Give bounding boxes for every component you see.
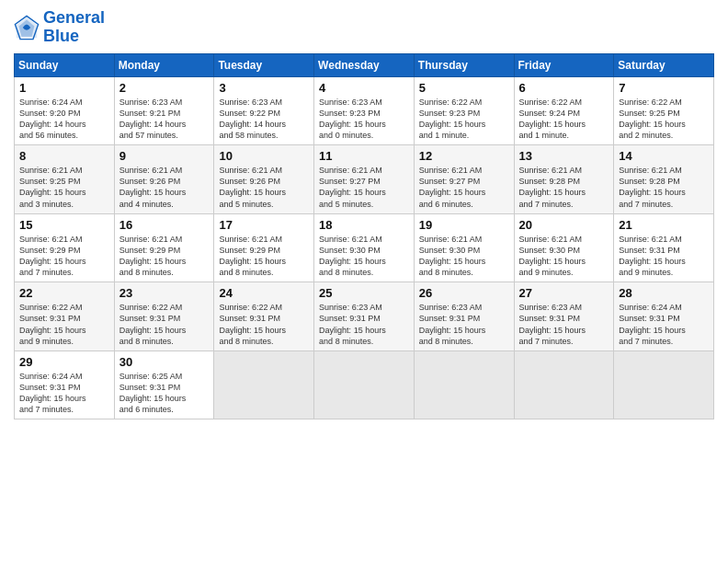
day-number: 25 <box>319 286 409 300</box>
calendar-day-cell: 16Sunrise: 6:21 AM Sunset: 9:29 PM Dayli… <box>114 213 214 282</box>
calendar-day-cell: 7Sunrise: 6:22 AM Sunset: 9:25 PM Daylig… <box>614 76 714 145</box>
calendar-day-cell: 11Sunrise: 6:21 AM Sunset: 9:27 PM Dayli… <box>314 145 415 214</box>
calendar-day-cell: 21Sunrise: 6:21 AM Sunset: 9:31 PM Dayli… <box>614 213 714 282</box>
calendar-day-cell: 15Sunrise: 6:21 AM Sunset: 9:29 PM Dayli… <box>15 213 115 282</box>
day-number: 21 <box>619 218 709 232</box>
day-number: 30 <box>119 355 210 369</box>
day-number: 22 <box>19 286 109 300</box>
day-number: 6 <box>519 81 609 95</box>
calendar-week-row: 29Sunrise: 6:24 AM Sunset: 9:31 PM Dayli… <box>15 350 714 419</box>
calendar-day-cell <box>414 350 514 419</box>
day-info: Sunrise: 6:23 AM Sunset: 9:22 PM Dayligh… <box>219 97 309 142</box>
calendar-day-cell: 24Sunrise: 6:22 AM Sunset: 9:31 PM Dayli… <box>214 282 314 351</box>
day-number: 20 <box>519 218 609 232</box>
day-number: 24 <box>219 286 309 300</box>
calendar-body: 1Sunrise: 6:24 AM Sunset: 9:20 PM Daylig… <box>15 76 714 419</box>
calendar-day-cell: 25Sunrise: 6:23 AM Sunset: 9:31 PM Dayli… <box>314 282 415 351</box>
weekday-header-cell: Saturday <box>614 53 714 76</box>
calendar-day-cell: 13Sunrise: 6:21 AM Sunset: 9:28 PM Dayli… <box>514 145 614 214</box>
calendar-day-cell: 20Sunrise: 6:21 AM Sunset: 9:30 PM Dayli… <box>514 213 614 282</box>
logo-text: General Blue <box>43 9 105 46</box>
day-info: Sunrise: 6:23 AM Sunset: 9:31 PM Dayligh… <box>419 302 509 347</box>
day-info: Sunrise: 6:21 AM Sunset: 9:30 PM Dayligh… <box>419 234 509 279</box>
calendar-day-cell: 14Sunrise: 6:21 AM Sunset: 9:28 PM Dayli… <box>614 145 714 214</box>
calendar-day-cell: 22Sunrise: 6:22 AM Sunset: 9:31 PM Dayli… <box>15 282 115 351</box>
weekday-header-cell: Tuesday <box>214 53 314 76</box>
weekday-header-cell: Wednesday <box>314 53 415 76</box>
day-info: Sunrise: 6:23 AM Sunset: 9:31 PM Dayligh… <box>519 302 609 347</box>
day-info: Sunrise: 6:23 AM Sunset: 9:23 PM Dayligh… <box>319 97 409 142</box>
day-number: 16 <box>119 218 210 232</box>
day-info: Sunrise: 6:21 AM Sunset: 9:27 PM Dayligh… <box>319 165 409 210</box>
day-number: 26 <box>419 286 509 300</box>
day-info: Sunrise: 6:24 AM Sunset: 9:20 PM Dayligh… <box>19 97 109 142</box>
day-info: Sunrise: 6:21 AM Sunset: 9:26 PM Dayligh… <box>119 165 210 210</box>
day-number: 28 <box>619 286 709 300</box>
day-info: Sunrise: 6:22 AM Sunset: 9:23 PM Dayligh… <box>419 97 509 142</box>
calendar-day-cell: 5Sunrise: 6:22 AM Sunset: 9:23 PM Daylig… <box>414 76 514 145</box>
day-info: Sunrise: 6:21 AM Sunset: 9:25 PM Dayligh… <box>19 165 109 210</box>
day-number: 11 <box>319 149 409 163</box>
day-number: 8 <box>19 149 109 163</box>
calendar-day-cell: 29Sunrise: 6:24 AM Sunset: 9:31 PM Dayli… <box>15 350 115 419</box>
day-info: Sunrise: 6:21 AM Sunset: 9:26 PM Dayligh… <box>219 165 309 210</box>
calendar-day-cell: 12Sunrise: 6:21 AM Sunset: 9:27 PM Dayli… <box>414 145 514 214</box>
day-info: Sunrise: 6:21 AM Sunset: 9:30 PM Dayligh… <box>319 234 409 279</box>
page: General Blue SundayMondayTuesdayWednesda… <box>0 0 728 563</box>
day-info: Sunrise: 6:21 AM Sunset: 9:29 PM Dayligh… <box>119 234 210 279</box>
day-info: Sunrise: 6:22 AM Sunset: 9:31 PM Dayligh… <box>219 302 309 347</box>
day-number: 29 <box>19 355 109 369</box>
day-info: Sunrise: 6:22 AM Sunset: 9:31 PM Dayligh… <box>119 302 210 347</box>
calendar-day-cell: 27Sunrise: 6:23 AM Sunset: 9:31 PM Dayli… <box>514 282 614 351</box>
calendar-day-cell <box>314 350 415 419</box>
day-info: Sunrise: 6:22 AM Sunset: 9:25 PM Dayligh… <box>619 97 709 142</box>
calendar-day-cell: 3Sunrise: 6:23 AM Sunset: 9:22 PM Daylig… <box>214 76 314 145</box>
calendar-day-cell: 2Sunrise: 6:23 AM Sunset: 9:21 PM Daylig… <box>114 76 214 145</box>
day-number: 27 <box>519 286 609 300</box>
calendar-day-cell: 10Sunrise: 6:21 AM Sunset: 9:26 PM Dayli… <box>214 145 314 214</box>
day-number: 17 <box>219 218 309 232</box>
day-info: Sunrise: 6:21 AM Sunset: 9:28 PM Dayligh… <box>619 165 709 210</box>
calendar-day-cell: 19Sunrise: 6:21 AM Sunset: 9:30 PM Dayli… <box>414 213 514 282</box>
day-info: Sunrise: 6:21 AM Sunset: 9:30 PM Dayligh… <box>519 234 609 279</box>
day-info: Sunrise: 6:24 AM Sunset: 9:31 PM Dayligh… <box>619 302 709 347</box>
day-number: 15 <box>19 218 109 232</box>
day-number: 1 <box>19 81 109 95</box>
calendar-day-cell: 18Sunrise: 6:21 AM Sunset: 9:30 PM Dayli… <box>314 213 415 282</box>
day-info: Sunrise: 6:24 AM Sunset: 9:31 PM Dayligh… <box>19 371 109 416</box>
calendar-week-row: 1Sunrise: 6:24 AM Sunset: 9:20 PM Daylig… <box>15 76 714 145</box>
calendar-day-cell: 30Sunrise: 6:25 AM Sunset: 9:31 PM Dayli… <box>114 350 214 419</box>
calendar-day-cell: 9Sunrise: 6:21 AM Sunset: 9:26 PM Daylig… <box>114 145 214 214</box>
day-number: 9 <box>119 149 210 163</box>
calendar-day-cell: 28Sunrise: 6:24 AM Sunset: 9:31 PM Dayli… <box>614 282 714 351</box>
day-info: Sunrise: 6:21 AM Sunset: 9:29 PM Dayligh… <box>19 234 109 279</box>
calendar-day-cell <box>614 350 714 419</box>
day-number: 4 <box>319 81 409 95</box>
day-info: Sunrise: 6:22 AM Sunset: 9:31 PM Dayligh… <box>19 302 109 347</box>
day-number: 23 <box>119 286 210 300</box>
calendar-day-cell: 4Sunrise: 6:23 AM Sunset: 9:23 PM Daylig… <box>314 76 415 145</box>
day-number: 7 <box>619 81 709 95</box>
day-number: 10 <box>219 149 309 163</box>
day-info: Sunrise: 6:21 AM Sunset: 9:28 PM Dayligh… <box>519 165 609 210</box>
day-number: 3 <box>219 81 309 95</box>
day-number: 18 <box>319 218 409 232</box>
day-number: 2 <box>119 81 210 95</box>
day-info: Sunrise: 6:21 AM Sunset: 9:27 PM Dayligh… <box>419 165 509 210</box>
calendar-week-row: 8Sunrise: 6:21 AM Sunset: 9:25 PM Daylig… <box>15 145 714 214</box>
day-number: 5 <box>419 81 509 95</box>
day-number: 19 <box>419 218 509 232</box>
calendar-day-cell: 23Sunrise: 6:22 AM Sunset: 9:31 PM Dayli… <box>114 282 214 351</box>
header: General Blue <box>14 9 714 46</box>
calendar-week-row: 22Sunrise: 6:22 AM Sunset: 9:31 PM Dayli… <box>15 282 714 351</box>
day-number: 12 <box>419 149 509 163</box>
day-number: 14 <box>619 149 709 163</box>
day-number: 13 <box>519 149 609 163</box>
day-info: Sunrise: 6:21 AM Sunset: 9:29 PM Dayligh… <box>219 234 309 279</box>
logo-icon <box>14 15 40 40</box>
calendar: SundayMondayTuesdayWednesdayThursdayFrid… <box>14 53 714 420</box>
logo: General Blue <box>14 9 105 46</box>
calendar-day-cell: 6Sunrise: 6:22 AM Sunset: 9:24 PM Daylig… <box>514 76 614 145</box>
calendar-day-cell <box>514 350 614 419</box>
weekday-header-cell: Monday <box>114 53 214 76</box>
